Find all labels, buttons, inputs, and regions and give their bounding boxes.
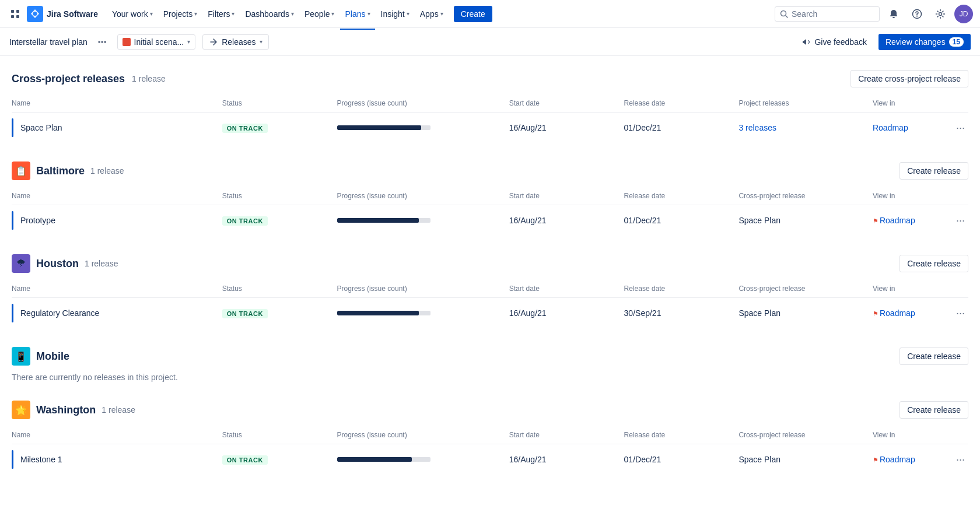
nav-plans[interactable]: Plans ▾ <box>340 6 374 22</box>
col-header-status: Status <box>222 187 337 205</box>
col-header-view-in: View in <box>873 280 949 298</box>
col-header-progress: Progress (issue count) <box>337 426 509 444</box>
search-icon <box>780 10 788 18</box>
search-placeholder: Search <box>792 9 817 19</box>
project-name: Baltimore <box>36 165 85 177</box>
create-cross-project-release-button[interactable]: Create cross-project release <box>850 70 968 87</box>
row-border-indicator <box>12 118 13 137</box>
logo-text: Jira Software <box>47 9 98 19</box>
cross-project-table: Name Status Progress (issue count) Start… <box>12 94 968 143</box>
view-in-roadmap-link[interactable]: Roadmap <box>880 308 915 318</box>
nav-projects[interactable]: Projects ▾ <box>159 6 202 22</box>
col-header-view-in: View in <box>873 187 949 205</box>
cell-start-date: 16/Aug/21 <box>509 113 624 143</box>
row-border-indicator <box>12 304 13 322</box>
scenario-dropdown[interactable]: Initial scena... ▾ <box>117 34 196 50</box>
chevron-down-icon: ▾ <box>331 10 334 17</box>
project-name: Washington <box>36 404 96 416</box>
col-header-cross-project: Cross-project release <box>738 426 873 444</box>
nav-insight[interactable]: Insight ▾ <box>376 6 414 22</box>
col-header-cross-project: Cross-project release <box>738 187 873 205</box>
col-header-actions <box>949 426 968 444</box>
col-header-release-date: Release date <box>624 280 739 298</box>
give-feedback-button[interactable]: Give feedback <box>796 34 873 50</box>
col-header-name: Name <box>12 187 222 205</box>
avatar[interactable]: JD <box>954 5 973 23</box>
cross-project-title: Cross-project releases <box>12 73 125 85</box>
grid-icon[interactable] <box>7 6 23 22</box>
col-header-actions <box>949 94 968 113</box>
row-border-indicator <box>12 211 13 230</box>
chevron-down-icon: ▾ <box>150 10 153 17</box>
col-header-progress: Progress (issue count) <box>337 94 509 113</box>
review-changes-button[interactable]: Review changes 15 <box>878 34 971 50</box>
create-release-button[interactable]: Create release <box>900 255 968 272</box>
project-name: Houston <box>36 258 79 270</box>
row-more-button[interactable]: ··· <box>953 121 968 135</box>
status-badge: ON TRACK <box>222 455 268 465</box>
breadcrumb-title: Interstellar travel plan <box>9 37 88 47</box>
cell-status: ON TRACK <box>222 444 337 475</box>
nav-filters[interactable]: Filters ▾ <box>203 6 239 22</box>
col-header-status: Status <box>222 280 337 298</box>
view-in-roadmap-link[interactable]: Roadmap <box>873 123 908 132</box>
nav-dashboards[interactable]: Dashboards ▾ <box>240 6 299 22</box>
cross-project-header: Cross-project releases 1 release Create … <box>12 70 968 87</box>
view-in-roadmap-link[interactable]: Roadmap <box>880 216 915 225</box>
settings-button[interactable] <box>931 5 950 23</box>
project-releases-link[interactable]: 3 releases <box>738 123 776 132</box>
nav-items: Your work ▾ Projects ▾ Filters ▾ Dashboa… <box>107 6 768 22</box>
progress-bar <box>337 125 430 130</box>
project-icon: 📋 <box>12 162 30 180</box>
view-in-roadmap-link[interactable]: Roadmap <box>880 455 915 464</box>
releases-dropdown[interactable]: Releases ▾ <box>202 34 268 50</box>
cell-view-in: Roadmap <box>873 113 949 143</box>
main-content: Cross-project releases 1 release Create … <box>0 56 980 507</box>
cell-actions: ··· <box>949 113 968 143</box>
project-section-washington: 🌟 Washington 1 release Create release Na… <box>12 401 968 475</box>
row-more-button[interactable]: ··· <box>953 213 968 228</box>
row-border-indicator <box>12 450 13 469</box>
nav-apps[interactable]: Apps ▾ <box>415 6 448 22</box>
create-release-button[interactable]: Create release <box>900 401 968 419</box>
cell-view-in: ⚑Roadmap <box>873 298 949 329</box>
project-table: Name Status Progress (issue count) Start… <box>12 280 968 328</box>
status-badge: ON TRACK <box>222 216 268 226</box>
notifications-button[interactable] <box>884 5 903 23</box>
projects-container: 📋 Baltimore 1 release Create release Nam… <box>12 162 968 475</box>
help-button[interactable] <box>908 5 926 23</box>
bell-icon <box>888 9 899 19</box>
top-nav: Jira Software Your work ▾ Projects ▾ Fil… <box>0 0 980 28</box>
breadcrumb-more-button[interactable]: ••• <box>94 35 110 49</box>
project-icon-char: 📋 <box>15 166 27 177</box>
second-bar-right: Give feedback Review changes 15 <box>796 34 971 50</box>
svg-point-6 <box>781 10 786 16</box>
cell-actions: ··· <box>949 444 968 475</box>
cell-status: ON TRACK <box>222 298 337 329</box>
logo[interactable]: Jira Software <box>27 6 98 22</box>
project-icon-char: 🌟 <box>15 405 27 416</box>
col-header-view-in: View in <box>873 426 949 444</box>
cell-status: ON TRACK <box>222 205 337 236</box>
col-header-progress: Progress (issue count) <box>337 280 509 298</box>
create-button[interactable]: Create <box>454 6 492 22</box>
search-box[interactable]: Search <box>775 6 880 22</box>
row-more-button[interactable]: ··· <box>953 452 968 467</box>
cell-progress <box>337 444 509 475</box>
scenario-color-dot <box>123 38 131 46</box>
nav-people[interactable]: People ▾ <box>300 6 340 22</box>
cross-project-count: 1 release <box>132 74 166 83</box>
create-release-button[interactable]: Create release <box>900 347 968 365</box>
cell-view-in: ⚑Roadmap <box>873 444 949 475</box>
col-header-start-date: Start date <box>509 280 624 298</box>
cell-name: Space Plan <box>12 113 222 143</box>
settings-icon <box>935 9 946 19</box>
nav-your-work[interactable]: Your work ▾ <box>107 6 158 22</box>
row-more-button[interactable]: ··· <box>953 306 968 321</box>
chevron-down-icon: ▾ <box>260 38 262 45</box>
project-section-baltimore: 📋 Baltimore 1 release Create release Nam… <box>12 162 968 236</box>
project-icon: 🌩 <box>12 254 30 273</box>
table-header-row: Name Status Progress (issue count) Start… <box>12 94 968 113</box>
help-icon <box>912 9 922 19</box>
create-release-button[interactable]: Create release <box>900 162 968 180</box>
